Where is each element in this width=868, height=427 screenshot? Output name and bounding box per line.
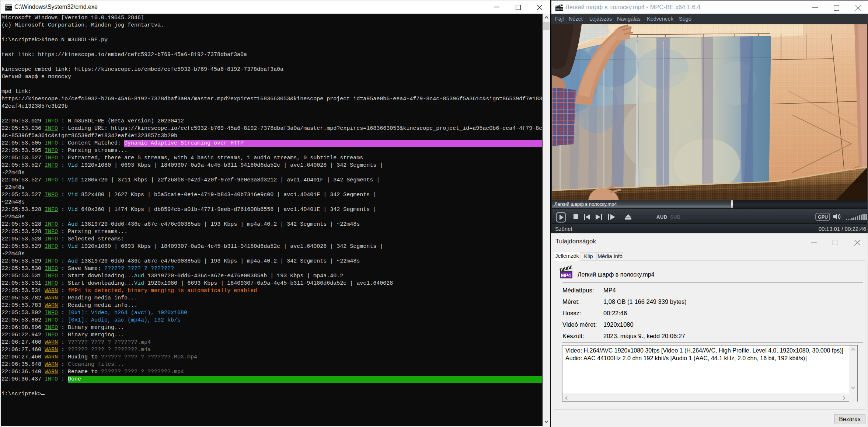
svg-text:MPC BE: MPC BE bbox=[556, 8, 564, 10]
svg-text:MP4: MP4 bbox=[561, 272, 571, 278]
svg-text:GPU: GPU bbox=[818, 215, 828, 220]
